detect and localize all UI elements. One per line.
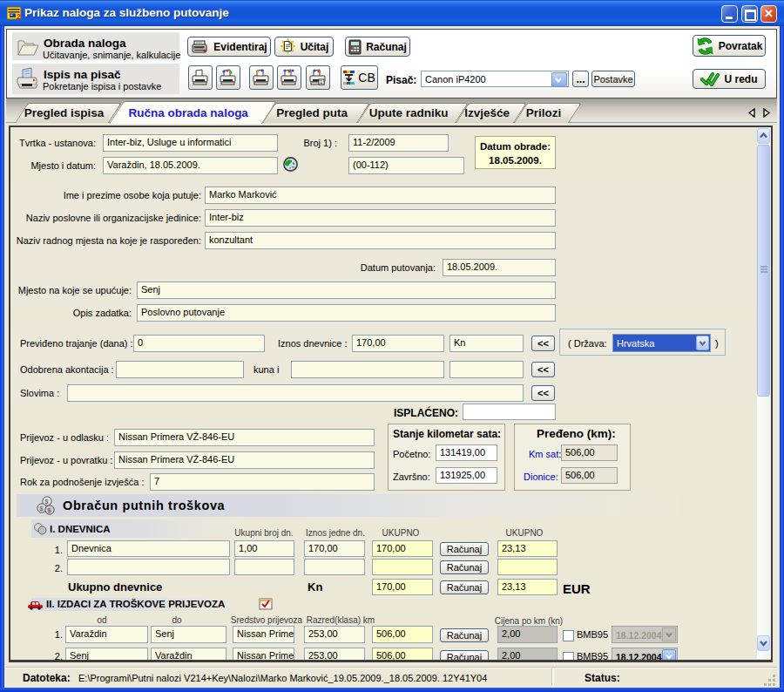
svg-text:$: $ bbox=[40, 505, 44, 512]
svg-text:$: $ bbox=[48, 507, 51, 514]
svg-text:2: 2 bbox=[17, 12, 21, 21]
svg-text:$: $ bbox=[45, 499, 49, 505]
